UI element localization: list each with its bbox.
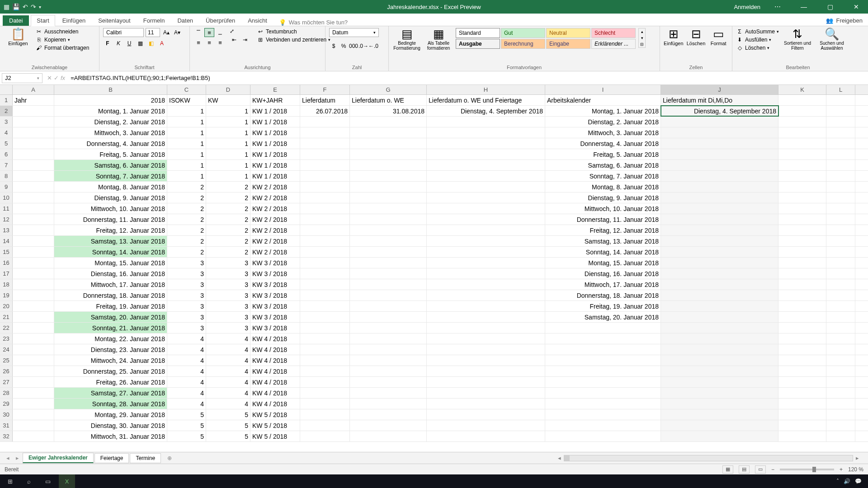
cell-B12[interactable]: Donnerstag, 11. Januar 2018 <box>54 214 167 225</box>
formula-input[interactable] <box>68 75 868 81</box>
row-header-30[interactable]: 30 <box>0 409 13 420</box>
zoom-in-icon[interactable]: + <box>840 466 843 473</box>
cell-J22[interactable] <box>661 323 778 333</box>
cell-F24[interactable] <box>300 344 350 355</box>
style-gut[interactable]: Gut <box>501 28 545 38</box>
align-right-icon[interactable]: ≡ <box>215 38 225 47</box>
row-header-13[interactable]: 13 <box>0 225 13 235</box>
cell-D10[interactable]: 2 <box>206 192 250 203</box>
tray-notification-icon[interactable]: 💬 <box>855 478 862 484</box>
cell-F22[interactable] <box>300 323 350 333</box>
cell-A14[interactable] <box>13 236 54 246</box>
col-header-C[interactable]: C <box>167 85 206 94</box>
merge-center-button[interactable]: ⊞Verbinden und zentrieren▾ <box>257 36 330 43</box>
cell-I20[interactable]: Freitag, 19. Januar 2018 <box>545 301 661 311</box>
cell-H11[interactable] <box>427 203 545 214</box>
cell-D4[interactable]: 1 <box>206 127 250 138</box>
cell-F11[interactable] <box>300 203 350 214</box>
cell-D12[interactable]: 2 <box>206 214 250 225</box>
cell-H24[interactable] <box>427 344 545 355</box>
cell-G15[interactable] <box>350 247 427 257</box>
cell-B8[interactable]: Sonntag, 7. Januar 2018 <box>54 171 167 181</box>
cell-F25[interactable] <box>300 355 350 366</box>
cell-K9[interactable] <box>778 182 826 192</box>
cell-G20[interactable] <box>350 301 427 311</box>
orientation-button[interactable]: ⤢ <box>230 28 250 34</box>
cell-G26[interactable] <box>350 366 427 376</box>
cell-B2[interactable]: Montag, 1. Januar 2018 <box>54 106 167 116</box>
cell-I24[interactable] <box>545 344 661 355</box>
row-header-23[interactable]: 23 <box>0 333 13 344</box>
cell-L6[interactable] <box>826 149 855 160</box>
cell-E12[interactable]: KW 2 / 2018 <box>250 214 300 225</box>
cell-F3[interactable] <box>300 117 350 127</box>
cell-A24[interactable] <box>13 344 54 355</box>
row-header-3[interactable]: 3 <box>0 117 13 127</box>
cell-D22[interactable]: 3 <box>206 323 250 333</box>
cell-C4[interactable]: 1 <box>167 127 206 138</box>
border-button[interactable]: ▦ <box>136 39 145 48</box>
cell-H14[interactable] <box>427 236 545 246</box>
cell-E15[interactable]: KW 2 / 2018 <box>250 247 300 257</box>
row-header-11[interactable]: 11 <box>0 203 13 214</box>
cell-C19[interactable]: 3 <box>167 290 206 300</box>
cell-K17[interactable] <box>778 268 826 279</box>
format-painter-button[interactable]: 🖌Format übertragen <box>35 44 89 52</box>
cell-H20[interactable] <box>427 301 545 311</box>
tab-formeln[interactable]: Formeln <box>138 15 170 26</box>
cell-D13[interactable]: 2 <box>206 225 250 235</box>
align-bottom-icon[interactable]: ⎽ <box>215 28 225 37</box>
cell-B25[interactable]: Mittwoch, 24. Januar 2018 <box>54 355 167 366</box>
sheet-tab-termine[interactable]: Termine <box>130 453 161 463</box>
cell-C17[interactable]: 3 <box>167 268 206 279</box>
cell-I15[interactable]: Sonntag, 14. Januar 2018 <box>545 247 661 257</box>
row-header-22[interactable]: 22 <box>0 323 13 333</box>
cell-D15[interactable]: 2 <box>206 247 250 257</box>
cell-J13[interactable] <box>661 225 778 235</box>
cell-L16[interactable] <box>826 258 855 268</box>
cell-L4[interactable] <box>826 127 855 138</box>
cell-G8[interactable] <box>350 171 427 181</box>
taskbar-excel-icon[interactable]: X <box>59 474 75 488</box>
sort-filter-button[interactable]: ⇅Sortieren und Filtern <box>782 28 813 51</box>
cell-I10[interactable]: Dienstag, 9. Januar 2018 <box>545 192 661 203</box>
clear-button[interactable]: ◇Löschen▾ <box>736 44 779 52</box>
cell-E10[interactable]: KW 2 / 2018 <box>250 192 300 203</box>
cell-J21[interactable] <box>661 312 778 322</box>
cell-B17[interactable]: Dienstag, 16. Januar 2018 <box>54 268 167 279</box>
paste-button[interactable]: 📋 Einfügen <box>4 28 33 46</box>
wrap-text-button[interactable]: ↩Textumbruch <box>257 28 330 35</box>
cell-L14[interactable] <box>826 236 855 246</box>
cell-A20[interactable] <box>13 301 54 311</box>
cell-G11[interactable] <box>350 203 427 214</box>
cell-D21[interactable]: 3 <box>206 312 250 322</box>
cell-L21[interactable] <box>826 312 855 322</box>
cell-B22[interactable]: Sonntag, 21. Januar 2018 <box>54 323 167 333</box>
cell-L10[interactable] <box>826 192 855 203</box>
cell-F29[interactable] <box>300 399 350 409</box>
cell-J8[interactable] <box>661 171 778 181</box>
gallery-down-icon[interactable]: ▾ <box>639 35 645 41</box>
tell-me[interactable]: 💡 Was möchten Sie tun? <box>279 19 348 26</box>
view-normal-icon[interactable]: ▦ <box>722 465 733 474</box>
cell-H17[interactable] <box>427 268 545 279</box>
cell-J5[interactable] <box>661 138 778 149</box>
cell-B5[interactable]: Donnerstag, 4. Januar 2018 <box>54 138 167 149</box>
row-header-2[interactable]: 2 <box>0 106 13 116</box>
cell-E30[interactable]: KW 5 / 2018 <box>250 409 300 420</box>
cell-A10[interactable] <box>13 192 54 203</box>
cell-G18[interactable] <box>350 279 427 290</box>
ribbon-options-icon[interactable]: ⋯ <box>769 3 787 10</box>
row-header-7[interactable]: 7 <box>0 160 13 170</box>
cell-L17[interactable] <box>826 268 855 279</box>
save-icon[interactable]: 💾 <box>12 3 20 10</box>
tab-file[interactable]: Datei <box>3 15 29 26</box>
cell-J17[interactable] <box>661 268 778 279</box>
cell-C18[interactable]: 3 <box>167 279 206 290</box>
cell-B29[interactable]: Sonntag, 28. Januar 2018 <box>54 399 167 409</box>
cell-A7[interactable] <box>13 160 54 170</box>
cell-I26[interactable] <box>545 366 661 376</box>
bold-button[interactable]: F <box>103 39 112 48</box>
taskbar-search-icon[interactable]: ⌕ <box>21 474 37 488</box>
cell-K28[interactable] <box>778 388 826 398</box>
